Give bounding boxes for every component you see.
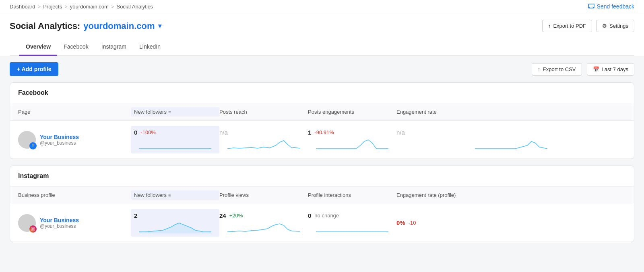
fb-followers-change: -100%	[140, 129, 156, 135]
breadcrumb-item-dashboard[interactable]: Dashboard	[10, 4, 35, 10]
gear-icon: ⚙	[602, 23, 607, 29]
ig-views-num: 24	[219, 212, 226, 219]
ig-col-interactions: Profile interactions	[308, 190, 396, 200]
ig-engagement-rate-cell: 0% -10	[396, 219, 626, 226]
fb-col-engagement-rate: Engagement rate	[396, 107, 626, 117]
fb-engagement-rate-sparkline	[396, 137, 626, 150]
ig-col-views: Profile views	[219, 190, 308, 200]
ig-profile-name[interactable]: Your Business	[40, 217, 79, 223]
fb-engagements-cell: 1 -90.91%	[308, 129, 396, 150]
facebook-card: Facebook Page New followers ≡ Posts reac…	[10, 82, 634, 159]
breadcrumb-item-projects[interactable]: Projects	[43, 4, 62, 10]
fb-engagements-sparkline	[308, 137, 396, 150]
fb-platform-badge: f	[29, 142, 37, 149]
fb-col-page: Page	[18, 107, 131, 117]
page-title-domain[interactable]: yourdomain.com	[83, 21, 155, 31]
fb-reach-sparkline	[219, 137, 308, 150]
ig-views-sparkline	[219, 221, 308, 233]
page-title: Social Analytics: yourdomain.com ▾	[10, 21, 161, 31]
facebook-table-header: Page New followers ≡ Posts reach Posts e…	[10, 103, 634, 121]
ig-col-engagement-rate: Engagement rate (profile)	[396, 190, 626, 200]
fb-icon-letter: f	[32, 143, 33, 148]
instagram-table-row: Your Business @your_business 2 24 +20%	[10, 204, 634, 242]
breadcrumb-sep-2: >	[64, 4, 68, 10]
content-toolbar: + Add profile ↑ Export to CSV 📅 Last 7 d…	[10, 62, 634, 76]
fb-followers-num: 0	[134, 129, 137, 136]
fb-col-followers: New followers ≡	[131, 107, 219, 117]
fb-col-reach: Posts reach	[219, 107, 308, 117]
tab-instagram[interactable]: Instagram	[95, 39, 133, 56]
fb-profile-handle: @your_business	[40, 140, 79, 146]
ig-views-change: +20%	[229, 213, 243, 219]
instagram-icon	[31, 227, 35, 231]
ig-avatar	[18, 214, 36, 232]
ig-col-followers: New followers ≡	[131, 190, 219, 200]
ig-profile-cell: Your Business @your_business	[18, 214, 131, 232]
breadcrumb: Dashboard > Projects > yourdomain.com > …	[10, 4, 153, 10]
domain-dropdown-icon[interactable]: ▾	[158, 22, 161, 30]
upload-icon: ↑	[548, 23, 551, 29]
toolbar-right: ↑ Export to CSV 📅 Last 7 days	[532, 63, 634, 76]
ig-col-profile: Business profile	[18, 190, 131, 200]
ig-interactions-sparkline	[308, 221, 396, 233]
tab-facebook[interactable]: Facebook	[57, 39, 95, 56]
header-actions: ↑ Export to PDF ⚙ Settings	[542, 20, 634, 32]
page-title-prefix: Social Analytics:	[10, 21, 80, 31]
fb-profile-name[interactable]: Your Business	[40, 134, 79, 140]
fb-col-engagements: Posts engagements	[308, 107, 396, 117]
breadcrumb-sep-3: >	[111, 4, 114, 10]
export-csv-label: Export to CSV	[543, 66, 576, 72]
fb-followers-sparkline	[134, 137, 216, 150]
fb-engagements-change: -90.91%	[314, 129, 334, 135]
svg-rect-1	[31, 227, 35, 230]
ig-followers-sparkline	[134, 221, 216, 233]
export-pdf-label: Export to PDF	[553, 23, 586, 29]
send-feedback-label: Send feedback	[597, 3, 634, 10]
fb-profile-info: Your Business @your_business	[40, 134, 79, 146]
calendar-icon: 📅	[593, 66, 599, 72]
ig-interactions-num: 0	[308, 212, 311, 219]
instagram-card: Instagram Business profile New followers…	[10, 166, 634, 242]
fb-engagements-num: 1	[308, 129, 311, 136]
breadcrumb-item-current: Social Analytics	[116, 4, 153, 10]
send-feedback-button[interactable]: Send feedback	[588, 3, 634, 10]
ig-platform-badge	[29, 225, 37, 233]
ig-engagement-rate-change: -10	[409, 220, 416, 226]
ig-sort-icon[interactable]: ≡	[168, 193, 171, 198]
tab-linkedin[interactable]: LinkedIn	[133, 39, 167, 56]
fb-new-followers-cell: 0 -100%	[131, 126, 219, 153]
header-section: Social Analytics: yourdomain.com ▾ ↑ Exp…	[0, 13, 644, 56]
breadcrumb-sep-1: >	[38, 4, 41, 10]
facebook-card-header: Facebook	[10, 83, 634, 103]
ig-interactions-label: no change	[314, 213, 339, 219]
fb-avatar: f	[18, 131, 36, 149]
fb-reach-value: n/a	[219, 129, 228, 136]
add-profile-button[interactable]: + Add profile	[10, 62, 58, 76]
ig-profile-info: Your Business @your_business	[40, 217, 79, 229]
fb-profile-cell: f Your Business @your_business	[18, 131, 131, 149]
svg-point-3	[34, 228, 34, 228]
export-pdf-button[interactable]: ↑ Export to PDF	[542, 20, 592, 32]
fb-engagement-rate-value: n/a	[396, 129, 405, 136]
tabs-bar: Overview Facebook Instagram LinkedIn	[10, 39, 634, 56]
feedback-icon	[588, 4, 594, 9]
tab-overview[interactable]: Overview	[19, 39, 57, 56]
export-csv-button[interactable]: ↑ Export to CSV	[532, 63, 582, 76]
svg-point-2	[32, 228, 34, 229]
export-csv-upload-icon: ↑	[538, 66, 541, 72]
breadcrumb-item-domain[interactable]: yourdomain.com	[70, 4, 109, 10]
sort-icon[interactable]: ≡	[168, 110, 171, 115]
facebook-card-title: Facebook	[18, 89, 48, 96]
content-area: + Add profile ↑ Export to CSV 📅 Last 7 d…	[0, 56, 644, 255]
ig-new-followers-cell: 2	[131, 209, 219, 237]
date-range-button[interactable]: 📅 Last 7 days	[587, 63, 635, 76]
settings-button[interactable]: ⚙ Settings	[596, 20, 634, 32]
top-bar: Dashboard > Projects > yourdomain.com > …	[0, 0, 644, 13]
add-profile-label: + Add profile	[17, 66, 51, 72]
ig-views-cell: 24 +20%	[219, 212, 308, 233]
instagram-card-header: Instagram	[10, 166, 634, 186]
ig-interactions-cell: 0 no change	[308, 212, 396, 233]
fb-engagement-rate-cell: n/a	[396, 129, 626, 150]
ig-engagement-rate-num: 0%	[396, 219, 405, 226]
instagram-card-title: Instagram	[18, 172, 49, 179]
